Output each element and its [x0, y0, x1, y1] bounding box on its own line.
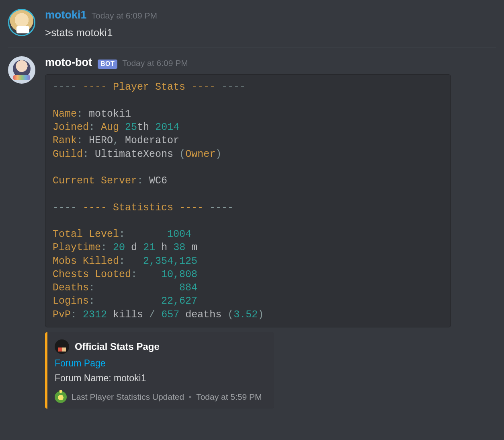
field-value: WC6 — [149, 175, 167, 187]
field-value: Aug — [101, 121, 119, 133]
message-text: >stats motoki1 — [45, 25, 496, 40]
field-value: UltimateXeons — [95, 148, 173, 160]
field-value: HERO — [89, 135, 113, 146]
field-label: Logins — [53, 295, 89, 307]
avatar[interactable] — [8, 9, 35, 36]
embed-header: Official Stats Page — [55, 339, 266, 354]
author-name[interactable]: moto-bot — [45, 56, 92, 69]
field-label: Current Server — [53, 175, 137, 187]
field-value: 2014 — [155, 121, 179, 133]
field-value: 1004 — [167, 228, 191, 240]
avatar[interactable] — [8, 56, 35, 84]
field-value: 657 — [161, 309, 179, 321]
embed-footer: Last Player Statistics Updated Today at … — [55, 391, 266, 403]
field-label: Joined — [53, 121, 89, 133]
code-header: ---- Statistics ---- — [83, 202, 203, 214]
field-value: 3.52 — [234, 309, 258, 321]
message-body: moto-bot BOT Today at 6:09 PM ---- ---- … — [45, 56, 496, 409]
embed-link[interactable]: Forum Page — [55, 358, 266, 369]
chat-message: motoki1 Today at 6:09 PM >stats motoki1 — [0, 0, 504, 47]
dot-separator-icon — [189, 396, 191, 398]
field-label: Mobs Killed — [53, 255, 119, 267]
author-name[interactable]: motoki1 — [45, 9, 87, 21]
embed-footer-text: Last Player Statistics Updated — [72, 392, 184, 402]
message-body: motoki1 Today at 6:09 PM >stats motoki1 — [45, 9, 496, 40]
field-value: 38 — [173, 242, 185, 253]
field-value: th — [137, 121, 149, 133]
field-value: 20 — [113, 242, 125, 253]
field-label: Chests Looted — [53, 269, 131, 280]
embed-footer-timestamp: Today at 5:59 PM — [196, 392, 262, 402]
field-label: Rank — [53, 135, 77, 146]
bot-badge: BOT — [98, 60, 117, 69]
code-header: ---- Player Stats ---- — [83, 81, 215, 93]
code-block[interactable]: ---- ---- Player Stats ---- ---- Name: m… — [45, 74, 451, 327]
message-header: motoki1 Today at 6:09 PM — [45, 9, 496, 21]
chat-message: moto-bot BOT Today at 6:09 PM ---- ---- … — [0, 47, 504, 416]
field-value: 884 — [179, 282, 197, 294]
field-value: 22,627 — [161, 295, 197, 307]
field-value: 25 — [125, 121, 137, 133]
field-label: Name — [53, 108, 77, 120]
field-label: Guild — [53, 148, 83, 160]
embed-description: Forum Name: motoki1 — [55, 373, 266, 384]
message-timestamp: Today at 6:09 PM — [92, 11, 157, 21]
embed-footer-icon — [55, 391, 67, 403]
field-value: Moderator — [125, 135, 179, 146]
embed-author-icon — [55, 339, 69, 354]
field-value: 21 — [143, 242, 155, 253]
message-header: moto-bot BOT Today at 6:09 PM — [45, 56, 496, 69]
embed-card: Official Stats Page Forum Page Forum Nam… — [45, 332, 274, 409]
field-label: Total Level — [53, 228, 119, 240]
field-label: PvP — [53, 309, 71, 321]
field-value: 2312 — [83, 309, 107, 321]
message-timestamp: Today at 6:09 PM — [122, 58, 188, 68]
field-value: 10,808 — [161, 269, 197, 280]
embed-title[interactable]: Official Stats Page — [75, 341, 160, 352]
field-value: Owner — [185, 148, 215, 160]
field-value: motoki1 — [89, 108, 131, 120]
field-label: Playtime — [53, 242, 101, 253]
field-value: 2,354,125 — [143, 255, 197, 267]
field-label: Deaths — [53, 282, 89, 294]
